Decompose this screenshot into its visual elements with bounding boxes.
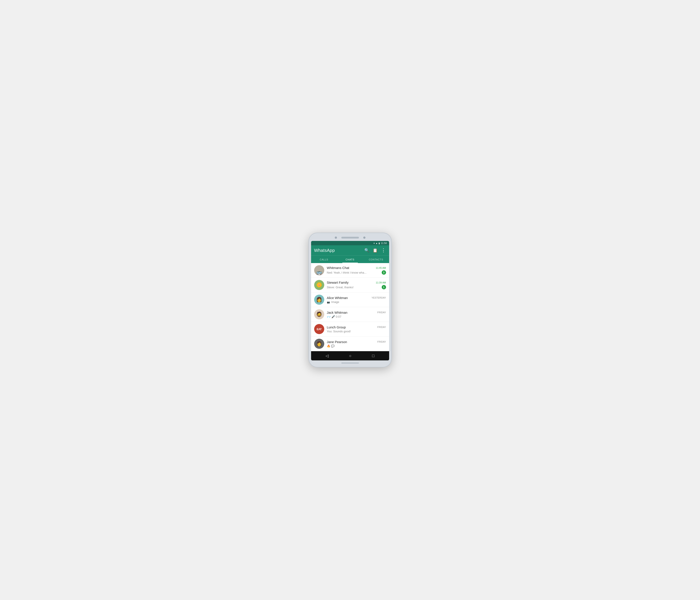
chat-info-alice: Alice Whitman YESTERDAY 📷 Image <box>327 296 386 304</box>
chat-name-alice: Alice Whitman <box>327 296 348 300</box>
app-title: WhatsApp <box>314 248 335 253</box>
tab-contacts[interactable]: CONTACTS <box>363 256 389 263</box>
signal-icon: ▲ <box>376 242 378 245</box>
avatar-whitmans: 🚌 <box>314 265 324 275</box>
chat-item-jane[interactable]: 👩 Jane Pearson FRIDAY 🔥 💬 <box>311 336 389 351</box>
status-time: 11:50 <box>381 242 387 245</box>
battery-icon: ▮ <box>379 242 380 245</box>
chat-preview-lunch: You: Sounds good! <box>327 330 386 333</box>
avatar-alice: 👩 <box>314 295 324 305</box>
phone-bottom <box>311 362 389 364</box>
chat-item-alice[interactable]: 👩 Alice Whitman YESTERDAY 📷 Image <box>311 293 389 307</box>
chat-preview-jane: 🔥 💬 <box>327 344 386 348</box>
chat-name-whitmans: Whitmans Chat <box>327 266 349 270</box>
double-check-icon: ✔✔ <box>327 316 331 318</box>
chat-preview-stewart: Steve: Great, thanks! <box>327 285 380 289</box>
chat-info-stewart: Stewart Family 11:39 AM Steve: Great, th… <box>327 281 386 290</box>
unread-badge-stewart: 1 <box>382 285 386 290</box>
chat-time-jack: FRIDAY <box>377 311 386 314</box>
chat-top-lunch: Lunch Group FRIDAY <box>327 325 386 329</box>
chat-bottom-jack: ✔✔ 🎤 0:07 <box>327 315 386 318</box>
front-camera <box>335 236 337 239</box>
chat-top-jane: Jane Pearson FRIDAY <box>327 340 386 344</box>
chat-info-lunch: Lunch Group FRIDAY You: Sounds good! <box>327 325 386 333</box>
wifi-icon: ▾ <box>374 242 375 245</box>
eat-label: EAT <box>317 327 321 331</box>
chat-name-lunch: Lunch Group <box>327 325 346 329</box>
phone-frame: ▾ ▲ ▮ 11:50 WhatsApp 🔍 📋 ⋮ CALLS CHATS <box>308 232 392 368</box>
chat-time-whitmans: 11:45 AM <box>376 267 386 269</box>
chat-top-whitmans: Whitmans Chat 11:45 AM <box>327 266 386 270</box>
mic-icon: 🎤 <box>331 315 335 318</box>
search-icon[interactable]: 🔍 <box>365 248 369 253</box>
status-bar: ▾ ▲ ▮ 11:50 <box>311 241 389 245</box>
chat-top-stewart: Stewart Family 11:39 AM <box>327 281 386 284</box>
chat-name-jane: Jane Pearson <box>327 340 347 344</box>
tab-calls[interactable]: CALLS <box>311 256 337 263</box>
bottom-bar <box>341 362 359 364</box>
chat-info-jane: Jane Pearson FRIDAY 🔥 💬 <box>327 340 386 348</box>
chat-list: 🚌 Whitmans Chat 11:45 AM Ned: Yeah, I th… <box>311 263 389 351</box>
phone-top <box>311 236 389 239</box>
bottom-nav: ◁ ○ □ <box>311 351 389 360</box>
chat-top-jack: Jack Whitman FRIDAY <box>327 310 386 315</box>
avatar-jane: 👩 <box>314 339 324 349</box>
chat-bottom-alice: 📷 Image <box>327 300 386 304</box>
avatar-stewart: 🌼 <box>314 280 324 290</box>
chat-preview-whitmans: Ned: Yeah, I think I know wha... <box>327 271 380 274</box>
chat-time-jane: FRIDAY <box>377 341 386 343</box>
more-menu-icon[interactable]: ⋮ <box>381 248 386 253</box>
chat-item-lunch[interactable]: EAT Lunch Group FRIDAY You: Sounds good! <box>311 322 389 336</box>
chat-time-alice: YESTERDAY <box>372 296 386 299</box>
chat-top-alice: Alice Whitman YESTERDAY <box>327 296 386 300</box>
header-icons: 🔍 📋 ⋮ <box>365 248 386 253</box>
app-header: WhatsApp 🔍 📋 ⋮ <box>311 245 389 255</box>
sensor <box>363 236 366 239</box>
camera-icon: 📷 <box>327 301 330 303</box>
chat-item-stewart[interactable]: 🌼 Stewart Family 11:39 AM Steve: Great, … <box>311 278 389 293</box>
chat-time-stewart: 11:39 AM <box>376 281 386 284</box>
chat-bottom-lunch: You: Sounds good! <box>327 330 386 333</box>
chat-item-whitmans[interactable]: 🚌 Whitmans Chat 11:45 AM Ned: Yeah, I th… <box>311 263 389 278</box>
chat-item-jack[interactable]: 🧔 Jack Whitman FRIDAY ✔✔ 🎤 0:07 <box>311 307 389 322</box>
unread-badge-whitmans: 3 <box>382 270 386 275</box>
chat-preview-alice: 📷 Image <box>327 300 386 304</box>
chat-bottom-stewart: Steve: Great, thanks! 1 <box>327 285 386 290</box>
chat-bottom-jane: 🔥 💬 <box>327 344 386 348</box>
earpiece-speaker <box>341 237 359 239</box>
avatar-jack: 🧔 <box>314 309 324 319</box>
chat-bottom-whitmans: Ned: Yeah, I think I know wha... 3 <box>327 270 386 275</box>
avatar-lunch: EAT <box>314 324 324 334</box>
chat-name-jack: Jack Whitman <box>327 310 348 315</box>
chat-preview-jack: ✔✔ 🎤 0:07 <box>327 315 386 318</box>
tab-chats[interactable]: CHATS <box>337 256 363 263</box>
chat-info-whitmans: Whitmans Chat 11:45 AM Ned: Yeah, I thin… <box>327 266 386 275</box>
chat-name-stewart: Stewart Family <box>327 281 349 284</box>
home-button[interactable]: ○ <box>349 354 352 358</box>
chat-time-lunch: FRIDAY <box>377 326 386 328</box>
compose-icon[interactable]: 📋 <box>373 248 377 253</box>
tabs-bar: CALLS CHATS CONTACTS <box>311 255 389 263</box>
back-button[interactable]: ◁ <box>326 353 329 358</box>
phone-screen: ▾ ▲ ▮ 11:50 WhatsApp 🔍 📋 ⋮ CALLS CHATS <box>311 241 389 360</box>
recent-button[interactable]: □ <box>372 354 374 358</box>
status-icons: ▾ ▲ ▮ 11:50 <box>374 242 387 245</box>
chat-info-jack: Jack Whitman FRIDAY ✔✔ 🎤 0:07 <box>327 310 386 318</box>
